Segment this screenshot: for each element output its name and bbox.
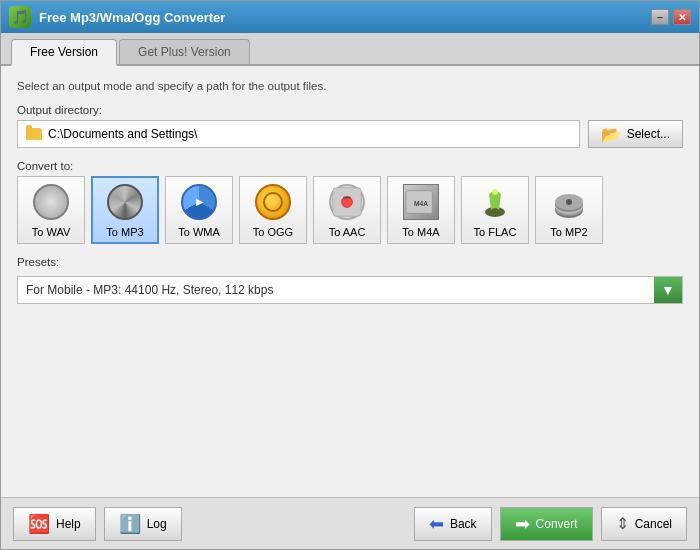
svg-point-9 — [492, 189, 498, 195]
cancel-label: Cancel — [635, 517, 672, 531]
tab-free-version[interactable]: Free Version — [11, 39, 117, 66]
presets-row: For Mobile - MP3: 44100 Hz, Stereo, 112 … — [17, 276, 683, 304]
ogg-icon — [255, 184, 291, 220]
wav-icon — [33, 184, 69, 220]
wma-icon: ▶ — [181, 184, 217, 220]
presets-value: For Mobile - MP3: 44100 Hz, Stereo, 112 … — [18, 283, 654, 297]
format-label-flac: To FLAC — [474, 226, 517, 238]
output-dir-value: C:\Documents and Settings\ — [48, 127, 197, 141]
presets-section: Presets: For Mobile - MP3: 44100 Hz, Ste… — [17, 256, 683, 304]
format-label-mp3: To MP3 — [106, 226, 143, 238]
app-icon: 🎵 — [9, 6, 31, 28]
format-btn-wma[interactable]: ▶ To WMA — [165, 176, 233, 244]
format-label-wav: To WAV — [32, 226, 71, 238]
tab-plus-version[interactable]: Get Plus! Version — [119, 39, 250, 64]
help-label: Help — [56, 517, 81, 531]
subtitle-text: Select an output mode and specify a path… — [17, 80, 683, 92]
cancel-icon: ⇕ — [616, 514, 629, 533]
tab-bar: Free Version Get Plus! Version — [1, 33, 699, 66]
aac-icon — [329, 184, 365, 220]
convert-arrow-icon: ➡ — [515, 513, 530, 535]
help-icon: 🆘 — [28, 513, 50, 535]
output-dir-label: Output directory: — [17, 104, 683, 116]
svg-point-1 — [269, 198, 277, 206]
format-btn-mp3[interactable]: To MP3 — [91, 176, 159, 244]
svg-text:M4A: M4A — [414, 200, 428, 207]
log-label: Log — [147, 517, 167, 531]
format-label-wma: To WMA — [178, 226, 220, 238]
info-icon: ℹ️ — [119, 513, 141, 535]
convert-to-label: Convert to: — [17, 160, 683, 172]
convert-label: Convert — [536, 517, 578, 531]
flac-icon — [477, 184, 513, 220]
bottom-bar: 🆘 Help ℹ️ Log ⬅ Back ➡ Convert ⇕ Cancel — [1, 497, 699, 549]
main-content: Select an output mode and specify a path… — [1, 66, 699, 497]
format-btn-aac[interactable]: To AAC — [313, 176, 381, 244]
format-btn-flac[interactable]: To FLAC — [461, 176, 529, 244]
close-button[interactable]: ✕ — [673, 9, 691, 25]
main-window: 🎵 Free Mp3/Wma/Ogg Converter – ✕ Free Ve… — [0, 0, 700, 550]
help-button[interactable]: 🆘 Help — [13, 507, 96, 541]
cancel-button[interactable]: ⇕ Cancel — [601, 507, 687, 541]
mp3-icon — [107, 184, 143, 220]
mp2-icon — [551, 184, 587, 220]
output-dir-section: Output directory: C:\Documents and Setti… — [17, 104, 683, 148]
title-bar: 🎵 Free Mp3/Wma/Ogg Converter – ✕ — [1, 1, 699, 33]
presets-dropdown-button[interactable]: ▼ — [654, 277, 682, 303]
back-arrow-icon: ⬅ — [429, 513, 444, 535]
format-btn-m4a[interactable]: M4A To M4A — [387, 176, 455, 244]
log-button[interactable]: ℹ️ Log — [104, 507, 182, 541]
select-btn-label: Select... — [627, 127, 670, 141]
folder-icon — [26, 128, 42, 140]
m4a-icon: M4A — [403, 184, 439, 220]
svg-point-8 — [485, 207, 505, 217]
minimize-button[interactable]: – — [651, 9, 669, 25]
folder-open-icon: 📂 — [601, 125, 621, 144]
back-button[interactable]: ⬅ Back — [414, 507, 492, 541]
format-btn-mp2[interactable]: To MP2 — [535, 176, 603, 244]
svg-point-15 — [566, 199, 572, 205]
convert-to-section: Convert to: To WAV To MP3 — [17, 160, 683, 244]
convert-button[interactable]: ➡ Convert — [500, 507, 593, 541]
svg-rect-4 — [343, 197, 350, 199]
format-label-aac: To AAC — [329, 226, 366, 238]
output-dir-box: C:\Documents and Settings\ — [17, 120, 580, 148]
format-label-mp2: To MP2 — [550, 226, 587, 238]
format-label-m4a: To M4A — [402, 226, 439, 238]
presets-label: Presets: — [17, 256, 683, 268]
back-label: Back — [450, 517, 477, 531]
select-dir-button[interactable]: 📂 Select... — [588, 120, 683, 148]
title-buttons: – ✕ — [651, 9, 691, 25]
format-buttons: To WAV To MP3 ▶ To WMA — [17, 176, 683, 244]
format-label-ogg: To OGG — [253, 226, 293, 238]
window-title: Free Mp3/Wma/Ogg Converter — [39, 10, 643, 25]
output-dir-row: C:\Documents and Settings\ 📂 Select... — [17, 120, 683, 148]
format-btn-wav[interactable]: To WAV — [17, 176, 85, 244]
format-btn-ogg[interactable]: To OGG — [239, 176, 307, 244]
